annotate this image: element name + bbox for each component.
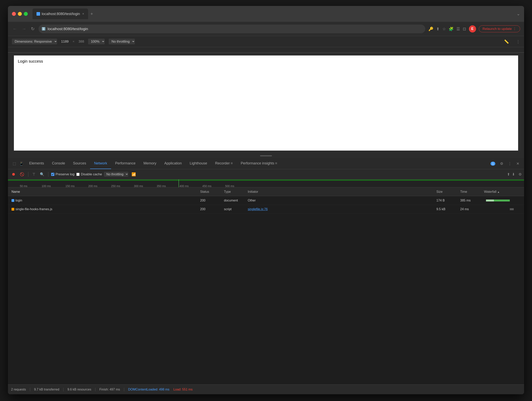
tab-memory[interactable]: Memory <box>139 158 160 169</box>
tab-application[interactable]: Application <box>160 158 186 169</box>
key-icon[interactable]: 🔑 <box>428 26 433 31</box>
timeline-100ms: 100 ms <box>42 185 51 188</box>
disable-cache-checkbox-wrapper[interactable]: Disable cache <box>76 172 102 176</box>
timeline-marker <box>178 179 179 187</box>
timeline-200ms: 200 ms <box>88 185 97 188</box>
row-1-waterfall <box>482 199 522 202</box>
relaunch-button[interactable]: Relaunch to update ⋮ <box>479 25 520 32</box>
preserve-log-checkbox-wrapper[interactable]: Preserve log <box>51 172 74 176</box>
devtools-right-icons: 1 ⚙ ⋮ ✕ <box>491 160 521 167</box>
refresh-button[interactable]: ↻ <box>30 25 35 32</box>
record-button[interactable]: ⏺ <box>10 171 17 177</box>
preserve-log-checkbox[interactable] <box>51 173 54 176</box>
forward-button[interactable]: → <box>21 25 27 32</box>
throttle-select-viewport[interactable]: No throttling <box>109 39 135 44</box>
timeline-450ms: 450 ms <box>202 185 211 188</box>
disable-cache-label: Disable cache <box>81 172 102 176</box>
row-1-name[interactable]: login <box>10 199 199 202</box>
row-2-time: 24 ms <box>459 207 482 211</box>
address-bar[interactable]: ℹ️ localhost:8080/test/login <box>38 25 425 33</box>
filter-icon[interactable]: ⊤ <box>31 171 37 177</box>
devtools-close-icon[interactable]: ✕ <box>515 160 521 167</box>
row-1-initiator: Other <box>246 199 435 202</box>
reader-mode-icon[interactable]: ⊡ <box>463 26 466 31</box>
wf-gray-2 <box>510 208 514 210</box>
row-1-time: 385 ms <box>459 199 482 202</box>
tab-label: localhost:8080/test/login <box>42 12 80 16</box>
url-display: localhost:8080/test/login <box>48 27 422 31</box>
share-icon[interactable]: ⬆ <box>436 26 440 31</box>
close-traffic-light[interactable] <box>12 12 16 16</box>
search-icon[interactable]: 🔍 <box>39 171 45 177</box>
disable-cache-checkbox[interactable] <box>76 173 80 176</box>
lock-icon: ℹ️ <box>42 27 46 31</box>
wf-recv-1 <box>494 199 510 202</box>
device-toolbar: Dimensions: Responsive 1189 × 388 100% N… <box>8 36 524 47</box>
table-row[interactable]: single-file-hooks-frames.js 200 script s… <box>8 205 524 214</box>
navigation-bar: ← → ↻ ℹ️ localhost:8080/test/login 🔑 ⬆ ☆… <box>8 22 524 36</box>
profile-menu-icon[interactable]: ☰ <box>456 26 460 31</box>
throttle-dropdown[interactable]: No throttling <box>104 172 128 177</box>
requests-count: 2 requests <box>11 388 30 391</box>
relaunch-menu-icon[interactable]: ⋮ <box>513 27 516 31</box>
drag-handle[interactable] <box>8 153 524 158</box>
online-status-icon[interactable]: 📶 <box>130 171 137 177</box>
tab-performance-insights[interactable]: Performance insights ⌗ <box>237 158 281 169</box>
profile-button[interactable]: E <box>469 25 476 32</box>
maximize-traffic-light[interactable] <box>24 12 28 16</box>
finish-time: Finish: 497 ms <box>99 388 124 391</box>
waterfall-bar-1 <box>484 199 516 202</box>
network-toolbar: ⏺ 🚫 ⊤ 🔍 Preserve log Disable cache No th… <box>8 169 524 179</box>
header-initiator[interactable]: Initiator <box>246 190 435 194</box>
devtools-more-icon[interactable]: ⋮ <box>507 160 513 167</box>
tab-console[interactable]: Console <box>48 158 69 169</box>
wf-wait-1 <box>486 199 494 202</box>
import-har-icon[interactable]: ⬆ <box>507 172 510 177</box>
viewport-content: Login success <box>14 56 518 67</box>
tab-sources[interactable]: Sources <box>69 158 90 169</box>
tab-network[interactable]: Network <box>90 158 111 169</box>
active-tab[interactable]: localhost:8080/test/login × <box>32 8 88 19</box>
dimension-separator: × <box>73 40 75 43</box>
export-har-icon[interactable]: ⬇ <box>512 172 515 177</box>
dimensions-select[interactable]: Dimensions: Responsive <box>12 39 57 44</box>
sort-arrow-icon: ▲ <box>497 191 500 193</box>
header-type[interactable]: Type <box>222 190 246 194</box>
new-tab-button[interactable]: + <box>88 11 95 17</box>
ruler-icon[interactable]: 📏 <box>504 39 509 44</box>
clear-button[interactable]: 🚫 <box>19 171 25 177</box>
network-settings-icon[interactable]: ⚙ <box>519 172 522 177</box>
timeline-350ms: 350 ms <box>157 185 166 188</box>
tab-lighthouse[interactable]: Lighthouse <box>186 158 211 169</box>
tab-close-btn[interactable]: × <box>82 12 84 16</box>
network-table[interactable]: Name Status Type Initiator Size Time Wat… <box>8 187 524 384</box>
devtools-settings-icon[interactable]: ⚙ <box>499 160 505 167</box>
row-2-size: 9.5 kB <box>435 207 459 211</box>
title-bar: localhost:8080/test/login × + ⌄ <box>8 6 524 22</box>
element-picker-icon[interactable]: ⬚ <box>11 160 18 167</box>
tab-elements[interactable]: Elements <box>25 158 48 169</box>
back-button[interactable]: ← <box>12 25 18 32</box>
device-toolbar-more[interactable]: ⋮ <box>516 39 520 44</box>
drag-handle-bar <box>260 155 272 156</box>
device-mode-icon[interactable]: 📱 <box>18 160 25 167</box>
window-controls[interactable]: ⌄ <box>517 11 520 16</box>
header-name[interactable]: Name <box>10 190 199 194</box>
zoom-select[interactable]: 100% <box>88 39 105 44</box>
header-time[interactable]: Time <box>459 190 482 194</box>
timeline-150ms: 150 ms <box>65 185 75 188</box>
nav-actions: 🔑 ⬆ ☆ 🧩 ☰ ⊡ E Relaunch to update ⋮ <box>428 25 520 32</box>
tab-recorder[interactable]: Recorder ⌗ <box>211 158 237 169</box>
header-size[interactable]: Size <box>435 190 459 194</box>
header-status[interactable]: Status <box>199 190 222 194</box>
minimize-traffic-light[interactable] <box>18 12 22 16</box>
toolbar-separator-2 <box>48 172 48 177</box>
header-waterfall[interactable]: Waterfall ▲ <box>482 190 522 194</box>
row-2-name[interactable]: single-file-hooks-frames.js <box>10 207 199 211</box>
table-row[interactable]: login 200 document Other 174 B 385 ms <box>8 196 524 205</box>
row-2-initiator[interactable]: singlefile.js:76 <box>246 207 435 211</box>
star-icon[interactable]: ☆ <box>442 26 446 31</box>
tab-performance[interactable]: Performance <box>111 158 139 169</box>
extensions-icon[interactable]: 🧩 <box>449 26 454 31</box>
row-1-type: document <box>222 199 246 202</box>
